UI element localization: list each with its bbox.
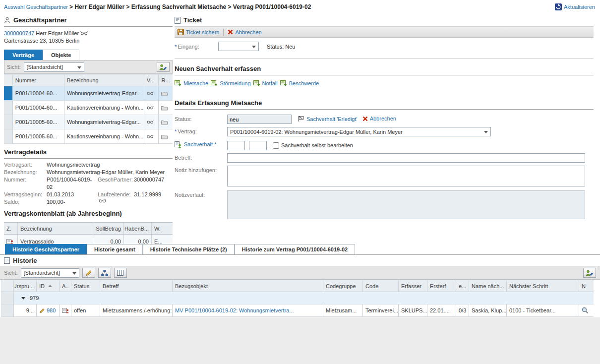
tab-vertraege[interactable]: Verträge <box>4 50 43 60</box>
bezugsobjekt-link[interactable]: MV P001/10004-6019-02: Wohnungsmietvertr… <box>175 307 294 313</box>
glasses-icon[interactable] <box>80 31 88 35</box>
beschwerde-label[interactable]: Beschwerde <box>289 80 319 86</box>
eingang-select[interactable] <box>218 42 259 51</box>
row-selector[interactable] <box>1 292 14 304</box>
table-row[interactable]: P001/10005-60... Wohnungsmietvertrag-Edg… <box>4 115 173 129</box>
col-erfasser[interactable]: Erfasser <box>399 280 427 292</box>
sachverhalt-label[interactable]: Sachverhalt * <box>184 141 216 148</box>
history-view-select[interactable]: [Standardsicht] <box>21 268 79 278</box>
col-ursprung[interactable]: Urspru... <box>14 280 37 292</box>
col-a[interactable]: A.. <box>60 280 71 292</box>
partner-number-link[interactable]: 3000000747 <box>4 30 34 36</box>
col-w[interactable]: W. <box>152 222 173 235</box>
history-group-row[interactable]: 979 <box>1 292 594 304</box>
magnifier-icon[interactable] <box>582 307 589 314</box>
col-codegruppe[interactable]: Codegruppe <box>323 280 363 292</box>
personalize-button[interactable] <box>583 268 596 278</box>
history-id-link[interactable]: 980 <box>47 307 56 313</box>
history-panel-title: Historie <box>13 257 37 264</box>
pencil-icon[interactable] <box>39 308 45 313</box>
row-selector[interactable] <box>4 101 13 115</box>
sachverhalt-code-field-2[interactable] <box>249 141 267 150</box>
contracts-view-select[interactable]: [Standardsicht] <box>24 62 84 72</box>
row-selector[interactable] <box>4 86 13 101</box>
notfall-link[interactable]: Notfall <box>253 80 278 86</box>
col-habenbetrag[interactable]: HabenB... <box>124 222 152 235</box>
col-status[interactable]: Status <box>71 280 100 292</box>
glasses-icon[interactable] <box>147 120 154 124</box>
erledigt-button[interactable]: Sachverhalt 'Erledigt' <box>298 115 358 122</box>
edit-button[interactable] <box>82 268 95 278</box>
stoermeldung-link[interactable]: Störmeldung <box>211 80 250 86</box>
view-label: Sicht: <box>4 270 18 276</box>
col-bezeichnung[interactable]: Bezeichnung <box>64 74 144 86</box>
hierarchy-button[interactable] <box>98 268 111 278</box>
col-sollbetrag[interactable]: SollBetrag <box>93 222 124 235</box>
cell-nummer: P001/10005-60... <box>13 115 64 129</box>
columns-icon <box>117 270 123 276</box>
konto-title: Vertragskontenblatt (ab Jahresbeginn) <box>4 210 173 220</box>
folder-icon[interactable] <box>161 134 168 139</box>
betreff-field[interactable] <box>227 153 585 163</box>
tab-historie-technische-plaetze[interactable]: Historie Technische Plätze (2) <box>143 244 235 254</box>
field-value: Wohnungsmietvertrag <box>47 161 100 169</box>
col-z[interactable]: Z. <box>4 222 18 235</box>
tab-historie-geschaeftspartner[interactable]: Historie Geschäftspartner <box>5 244 87 254</box>
row-selector[interactable] <box>4 129 13 144</box>
tab-historie-gesamt[interactable]: Historie gesamt <box>87 244 143 254</box>
col-r[interactable]: R... <box>159 74 173 86</box>
expand-icon[interactable] <box>21 297 25 300</box>
col-betreff[interactable]: Betreff <box>100 280 173 292</box>
glasses-icon[interactable] <box>147 134 154 138</box>
vertrag-select[interactable]: P001/10004-6019-02: Wohnungsmietvertrag-… <box>227 127 491 136</box>
erledigt-label[interactable]: Sachverhalt 'Erledigt' <box>306 116 358 122</box>
mietsache-link[interactable]: Mietsache <box>175 80 208 86</box>
history-row[interactable]: 9... 980 offen Mietzusammens./-erhöhung:… <box>1 304 594 317</box>
table-row[interactable]: P001/10005-60... Kautionsvereinbarung - … <box>4 129 173 144</box>
ticket-cancel-button[interactable]: Abbrechen <box>228 29 261 35</box>
col-code[interactable]: Code <box>363 280 399 292</box>
col-id[interactable]: ID <box>37 280 60 292</box>
notiz-textarea[interactable] <box>227 166 585 186</box>
col-name-naechster[interactable]: Name näch... <box>469 280 507 292</box>
stoermeldung-label[interactable]: Störmeldung <box>220 80 250 86</box>
col-e[interactable]: e... <box>456 280 469 292</box>
col-bezugsobjekt[interactable]: Bezugsobjekt <box>173 280 323 292</box>
col-v[interactable]: V.. <box>144 74 159 86</box>
table-row[interactable]: P001/10004-60... Kautionsvereinbarung - … <box>4 101 173 115</box>
ticket-save-button[interactable]: Ticket sichern <box>178 29 219 35</box>
mietsache-label[interactable]: Mietsache <box>183 80 208 86</box>
notfall-label[interactable]: Notfall <box>262 80 278 86</box>
beschwerde-link[interactable]: Beschwerde <box>280 80 319 86</box>
row-selector[interactable] <box>1 304 14 317</box>
tab-historie-vertrag[interactable]: Historie zum Vertrag P001/10004-6019-02 <box>235 244 355 254</box>
sachverhalt-cancel-button[interactable]: Abbrechen <box>362 115 396 121</box>
sachverhalt-code-field-1[interactable] <box>227 141 245 150</box>
tab-objekte[interactable]: Objekte <box>43 50 79 60</box>
glasses-icon[interactable] <box>147 106 154 110</box>
history-panel-header: Historie <box>0 255 600 266</box>
contract-person-icon <box>6 239 13 244</box>
col-n[interactable]: N <box>579 280 594 292</box>
folder-icon[interactable] <box>161 91 168 96</box>
breadcrumb-link[interactable]: Auswahl Geschäftspartner <box>4 4 68 10</box>
col-naechster-schritt[interactable]: Nächster Schritt <box>507 280 579 292</box>
col-nummer[interactable]: Nummer <box>13 74 64 86</box>
glasses-icon[interactable] <box>147 91 154 95</box>
columns-button[interactable] <box>114 268 127 278</box>
refresh-label[interactable]: Aktualisieren <box>564 4 595 10</box>
ticket-cancel-label[interactable]: Abbrechen <box>235 29 261 35</box>
row-selector[interactable] <box>4 115 13 129</box>
ticket-save-label[interactable]: Ticket sichern <box>186 29 219 35</box>
personalize-button[interactable] <box>157 62 170 72</box>
col-bezeichnung[interactable]: Bezeichnung <box>18 222 93 235</box>
selbst-bearbeiten-checkbox[interactable] <box>273 142 279 149</box>
table-row[interactable]: P001/10004-60... Wohnungsmietvertrag-Edg… <box>4 86 173 101</box>
refresh-button[interactable]: Aktualisieren <box>555 3 595 10</box>
folder-icon[interactable] <box>161 105 168 111</box>
cell-nummer: P001/10004-60... <box>13 86 64 101</box>
glasses-icon[interactable] <box>99 198 106 206</box>
folder-icon[interactable] <box>161 120 168 125</box>
sachverhalt-cancel-label[interactable]: Abbrechen <box>370 116 396 121</box>
col-ersterf[interactable]: Ersterf <box>427 280 456 292</box>
